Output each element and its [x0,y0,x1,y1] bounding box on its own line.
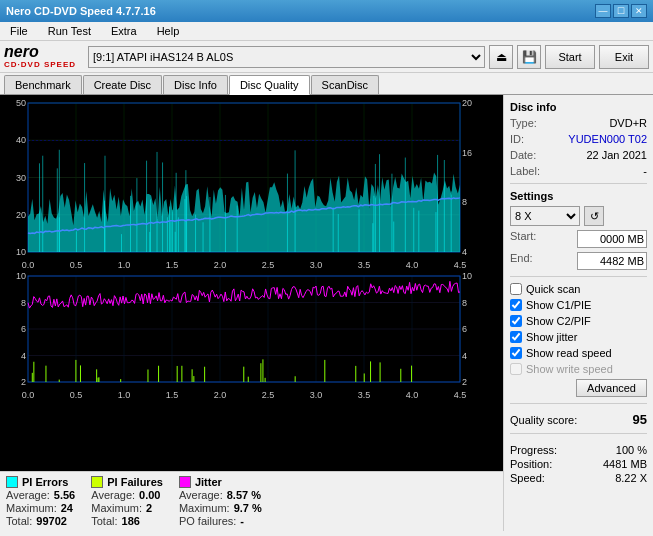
divider-3 [510,403,647,404]
speed-row-progress: Speed: 8.22 X [510,472,647,484]
advanced-button[interactable]: Advanced [576,379,647,397]
jitter-group: Jitter Average: 8.57 % Maximum: 9.7 % PO… [179,476,262,527]
drive-select[interactable]: [9:1] ATAPI iHAS124 B AL0S [88,46,485,68]
save-button[interactable]: 💾 [517,45,541,69]
pi-failures-total: Total: 186 [91,515,163,527]
minimize-button[interactable]: — [595,4,611,18]
start-button[interactable]: Start [545,45,595,69]
speed-row: 8 X ↺ [510,206,647,226]
jitter-maximum: Maximum: 9.7 % [179,502,262,514]
settings-title: Settings [510,190,647,202]
sidebar: Disc info Type: DVD+R ID: YUDEN000 T02 D… [503,95,653,531]
eject-button[interactable]: ⏏ [489,45,513,69]
show-read-speed-checkbox[interactable] [510,347,522,359]
show-jitter-row: Show jitter [510,331,647,343]
disc-info-title: Disc info [510,101,647,113]
stats-bar: PI Errors Average: 5.56 Maximum: 24 Tota… [0,471,503,531]
quick-scan-checkbox[interactable] [510,283,522,295]
jitter-color [179,476,191,488]
lower-chart [0,270,490,400]
disc-type-row: Type: DVD+R [510,117,647,129]
pi-errors-maximum: Maximum: 24 [6,502,75,514]
tab-disc-info[interactable]: Disc Info [163,75,228,94]
menu-extra[interactable]: Extra [107,24,141,38]
tab-scandisc[interactable]: ScanDisc [311,75,379,94]
tab-bar: Benchmark Create Disc Disc Info Disc Qua… [0,73,653,95]
pi-errors-color [6,476,18,488]
maximize-button[interactable]: ☐ [613,4,629,18]
speed-select[interactable]: 8 X [510,206,580,226]
menu-file[interactable]: File [6,24,32,38]
tab-benchmark[interactable]: Benchmark [4,75,82,94]
progress-section: Progress: 100 % Position: 4481 MB Speed:… [510,444,647,484]
refresh-button[interactable]: ↺ [584,206,604,226]
chart-area: PI Errors Average: 5.56 Maximum: 24 Tota… [0,95,503,531]
jitter-po-failures: PO failures: - [179,515,262,527]
pi-failures-label: PI Failures [91,476,163,488]
main-content: PI Errors Average: 5.56 Maximum: 24 Tota… [0,95,653,531]
menu-help[interactable]: Help [153,24,184,38]
start-row: Start: [510,230,647,248]
show-write-speed-checkbox[interactable] [510,363,522,375]
end-row: End: [510,252,647,270]
menu-run-test[interactable]: Run Test [44,24,95,38]
title-bar: Nero CD-DVD Speed 4.7.7.16 — ☐ ✕ [0,0,653,22]
nero-logo: nero CD·DVD SPEED [4,44,76,69]
exit-button[interactable]: Exit [599,45,649,69]
pi-errors-label: PI Errors [6,476,75,488]
pi-failures-group: PI Failures Average: 0.00 Maximum: 2 Tot… [91,476,163,527]
app-title: Nero CD-DVD Speed 4.7.7.16 [6,5,156,17]
disc-date-row: Date: 22 Jan 2021 [510,149,647,161]
upper-chart [0,95,490,270]
pi-errors-total: Total: 99702 [6,515,75,527]
toolbar: nero CD·DVD SPEED [9:1] ATAPI iHAS124 B … [0,41,653,73]
show-c1-checkbox[interactable] [510,299,522,311]
tab-create-disc[interactable]: Create Disc [83,75,162,94]
window-controls: — ☐ ✕ [595,4,647,18]
tab-disc-quality[interactable]: Disc Quality [229,75,310,95]
pi-errors-average: Average: 5.56 [6,489,75,501]
divider-4 [510,433,647,434]
nero-brand: nero [4,44,76,60]
show-read-speed-row: Show read speed [510,347,647,359]
start-input[interactable] [577,230,647,248]
pi-errors-group: PI Errors Average: 5.56 Maximum: 24 Tota… [6,476,75,527]
disc-id-row: ID: YUDEN000 T02 [510,133,647,145]
end-input[interactable] [577,252,647,270]
pi-failures-maximum: Maximum: 2 [91,502,163,514]
progress-row: Progress: 100 % [510,444,647,456]
cdspeed-brand: CD·DVD SPEED [4,60,76,69]
quick-scan-row: Quick scan [510,283,647,295]
jitter-average: Average: 8.57 % [179,489,262,501]
show-jitter-checkbox[interactable] [510,331,522,343]
jitter-label: Jitter [179,476,262,488]
pi-failures-average: Average: 0.00 [91,489,163,501]
show-write-speed-row: Show write speed [510,363,647,375]
disc-label-row: Label: - [510,165,647,177]
show-c2-row: Show C2/PIF [510,315,647,327]
show-c1-row: Show C1/PIE [510,299,647,311]
close-button[interactable]: ✕ [631,4,647,18]
position-row: Position: 4481 MB [510,458,647,470]
show-c2-checkbox[interactable] [510,315,522,327]
divider-2 [510,276,647,277]
menu-bar: File Run Test Extra Help [0,22,653,41]
pi-failures-color [91,476,103,488]
divider-1 [510,183,647,184]
quality-score-row: Quality score: 95 [510,412,647,427]
